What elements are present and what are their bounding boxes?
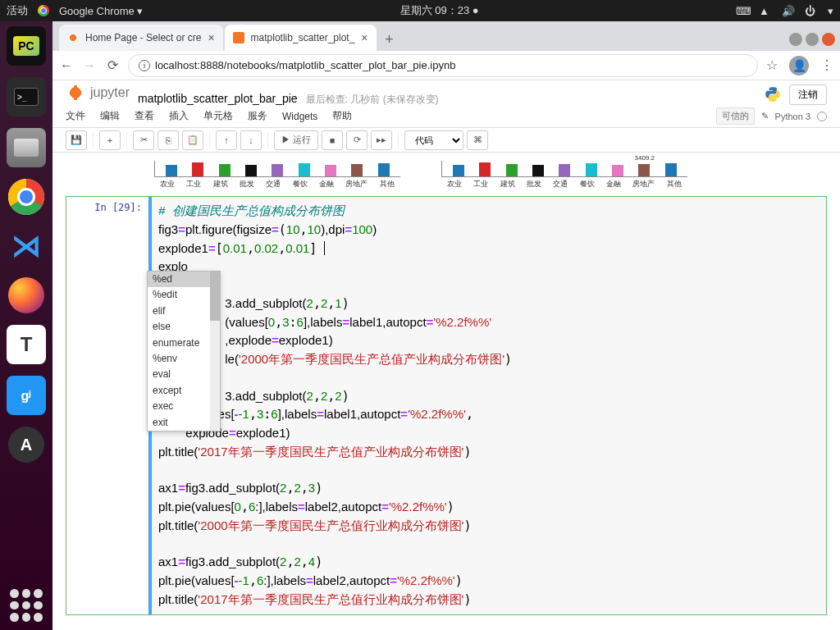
cell-prompt: In [29]: bbox=[66, 197, 148, 614]
dock-chrome[interactable] bbox=[8, 179, 44, 215]
jupyter-page: jupyter matplotlib_scatter_plot_bar_pie … bbox=[52, 80, 840, 630]
active-app[interactable]: Google Chrome ▾ bbox=[59, 5, 143, 17]
menu-widgets[interactable]: Widgets bbox=[282, 111, 317, 122]
copy-button[interactable]: ⎘ bbox=[158, 130, 179, 150]
tab-strip: Home Page - Select or cre × matplotlib_s… bbox=[52, 21, 840, 51]
stop-button[interactable]: ■ bbox=[322, 130, 343, 150]
back-button[interactable]: ← bbox=[59, 58, 74, 73]
paste-button[interactable]: 📋 bbox=[182, 130, 203, 150]
autocomplete-item[interactable]: %ed bbox=[148, 272, 220, 287]
window-minimize[interactable] bbox=[789, 33, 802, 46]
menu-insert[interactable]: 插入 bbox=[169, 109, 189, 123]
autocomplete-item[interactable]: else bbox=[148, 319, 220, 335]
dock-terminal[interactable]: >_ bbox=[7, 77, 46, 116]
window-close[interactable] bbox=[822, 33, 835, 46]
url-input[interactable]: i localhost:8888/notebooks/matplotlib_sc… bbox=[128, 54, 758, 77]
code-cell[interactable]: In [29]: # 创建国民生产总值构成分布饼图 fig3=plt.figur… bbox=[66, 196, 827, 615]
autocomplete-item[interactable]: exit bbox=[148, 415, 220, 431]
ubuntu-topbar: 活动 Google Chrome ▾ 星期六 09：23 ● ⌨ ▲ 🔊 ⏻ ▾ bbox=[0, 0, 840, 21]
dock-gedit[interactable]: T bbox=[7, 325, 46, 364]
bar-chart-left: 农业工业建筑批发交通餐饮金融房地产其他 bbox=[154, 161, 400, 189]
autocomplete-item[interactable]: elif bbox=[148, 304, 220, 319]
dock-updater[interactable]: A bbox=[8, 427, 44, 463]
jupyter-header: jupyter matplotlib_scatter_plot_bar_pie … bbox=[52, 80, 840, 105]
chart-annotation: 3409.2 bbox=[635, 156, 655, 162]
menu-cell[interactable]: 单元格 bbox=[203, 109, 233, 123]
menu-help[interactable]: 帮助 bbox=[332, 109, 352, 123]
reload-button[interactable]: ⟳ bbox=[105, 57, 120, 73]
dock-show-apps[interactable] bbox=[10, 589, 43, 622]
menu-file[interactable]: 文件 bbox=[66, 109, 85, 123]
menu-icon[interactable]: ⋮ bbox=[820, 57, 833, 73]
profile-avatar[interactable]: 👤 bbox=[789, 56, 809, 75]
menu-view[interactable]: 查看 bbox=[135, 109, 154, 123]
save-button[interactable]: 💾 bbox=[66, 130, 87, 150]
dock-pycharm[interactable]: PC bbox=[7, 26, 46, 66]
site-info-icon[interactable]: i bbox=[139, 60, 150, 71]
restart-button[interactable]: ⟳ bbox=[346, 130, 368, 150]
dock: PC >_ ⋊ T gʲ A bbox=[0, 21, 52, 630]
celltype-select[interactable]: 代码 bbox=[404, 130, 463, 150]
kernel-name[interactable]: Python 3 bbox=[775, 112, 810, 121]
jupyter-menubar: 文件 编辑 查看 插入 单元格 服务 Widgets 帮助 可信的 ✎ Pyth… bbox=[52, 105, 840, 128]
dock-firefox[interactable] bbox=[8, 277, 44, 313]
network-icon[interactable]: ▲ bbox=[759, 5, 770, 16]
notebook-body[interactable]: 农业工业建筑批发交通餐饮金融房地产其他 3409.2 农业工业建筑批发交通餐饮金… bbox=[52, 156, 840, 630]
autocomplete-item[interactable]: %env bbox=[148, 351, 220, 367]
tab-home[interactable]: Home Page - Select or cre × bbox=[59, 25, 223, 51]
url-text: localhost:8888/notebooks/matplotlib_scat… bbox=[155, 59, 455, 71]
volume-icon[interactable]: 🔊 bbox=[782, 5, 793, 16]
trusted-badge[interactable]: 可信的 bbox=[716, 107, 755, 125]
autocomplete-item[interactable]: exec bbox=[148, 399, 220, 414]
autocomplete-item[interactable]: except bbox=[148, 383, 220, 399]
bookmark-icon[interactable]: ☆ bbox=[766, 57, 778, 73]
input-icon[interactable]: ⌨ bbox=[736, 5, 747, 16]
menu-kernel[interactable]: 服务 bbox=[248, 109, 267, 123]
forward-button: → bbox=[82, 58, 97, 73]
address-bar: ← → ⟳ i localhost:8888/notebooks/matplot… bbox=[52, 51, 840, 80]
close-icon[interactable]: × bbox=[208, 31, 214, 44]
clock[interactable]: 星期六 09：23 ● bbox=[400, 3, 479, 18]
notebook-name[interactable]: matplotlib_scatter_plot_bar_pie bbox=[138, 92, 298, 105]
tab-notebook[interactable]: matplotlib_scatter_plot_ × bbox=[225, 25, 377, 51]
command-palette-button[interactable]: ⌘ bbox=[467, 130, 488, 150]
edit-icon[interactable]: ✎ bbox=[761, 111, 769, 121]
menu-edit[interactable]: 编辑 bbox=[100, 109, 120, 123]
jupyter-logo[interactable]: jupyter bbox=[66, 83, 130, 103]
dock-files[interactable] bbox=[7, 128, 46, 167]
autocomplete-item[interactable]: eval bbox=[148, 367, 220, 382]
chrome-icon bbox=[38, 5, 49, 16]
close-icon[interactable]: × bbox=[361, 31, 368, 44]
autocomplete-item[interactable]: %edit bbox=[148, 287, 220, 303]
move-up-button[interactable]: ↑ bbox=[216, 130, 237, 150]
tab-label: Home Page - Select or cre bbox=[85, 32, 201, 43]
notebook-favicon-icon bbox=[233, 32, 244, 43]
logout-button[interactable]: 注销 bbox=[789, 84, 827, 105]
new-tab-button[interactable]: + bbox=[378, 28, 401, 51]
chrome-window: Home Page - Select or cre × matplotlib_s… bbox=[52, 21, 840, 630]
bar-chart-right: 3409.2 农业工业建筑批发交通餐饮金融房地产其他 bbox=[441, 161, 687, 189]
autocomplete-item[interactable]: enumerate bbox=[148, 336, 220, 351]
run-button[interactable]: ▶ 运行 bbox=[274, 130, 318, 150]
system-tray[interactable]: ⌨ ▲ 🔊 ⏻ ▾ bbox=[736, 5, 833, 17]
fastforward-button[interactable]: ▸▸ bbox=[371, 130, 392, 150]
code-editor[interactable]: # 创建国民生产总值构成分布饼图 fig3=plt.figure(figsize… bbox=[148, 197, 826, 614]
cell-output: 农业工业建筑批发交通餐饮金融房地产其他 3409.2 农业工业建筑批发交通餐饮金… bbox=[154, 161, 827, 189]
window-maximize[interactable] bbox=[806, 33, 819, 46]
activities[interactable]: 活动 bbox=[7, 3, 28, 18]
jupyter-favicon-icon bbox=[67, 32, 79, 43]
power-icon[interactable]: ⏻ bbox=[805, 5, 816, 16]
tab-label: matplotlib_scatter_plot_ bbox=[251, 32, 355, 43]
checkpoint-status: 最后检查: 几秒前 (未保存改变) bbox=[306, 93, 439, 107]
add-cell-button[interactable]: + bbox=[99, 130, 121, 150]
autocomplete-popup[interactable]: %ed%editelifelseenumerate%envevalexcepte… bbox=[147, 271, 221, 431]
cut-button[interactable]: ✂ bbox=[133, 130, 154, 150]
kernel-indicator-icon bbox=[817, 112, 827, 121]
python-icon bbox=[765, 86, 781, 103]
dock-vscode[interactable]: ⋊ bbox=[7, 226, 46, 266]
dock-app[interactable]: gʲ bbox=[7, 376, 46, 415]
move-down-button[interactable]: ↓ bbox=[240, 130, 262, 150]
jupyter-toolbar: 💾 + ✂ ⎘ 📋 ↑ ↓ ▶ 运行 ■ ⟳ ▸▸ 代码 ⌘ bbox=[52, 128, 840, 153]
tray-chevron-icon[interactable]: ▾ bbox=[828, 5, 833, 17]
